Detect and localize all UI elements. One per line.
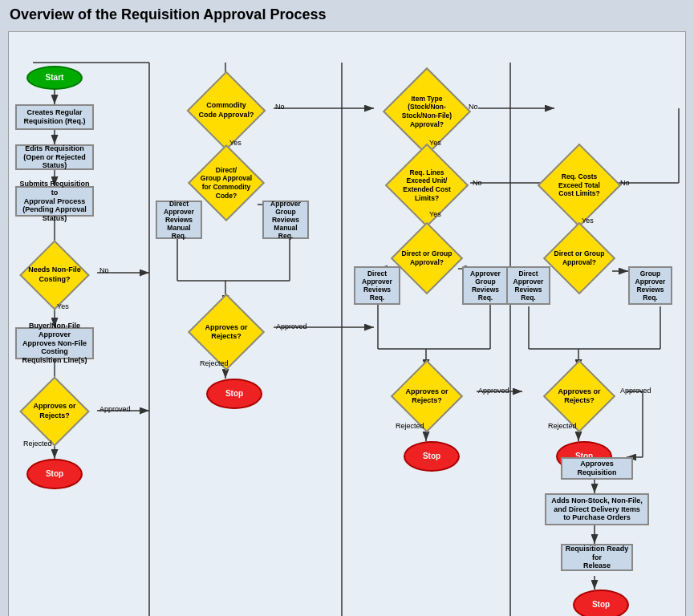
commodity-code-container: Commodity Code Approval? — [192, 80, 261, 140]
approves-rejects-1-container: Approves or Rejects? — [15, 385, 94, 437]
approver-group-req-1-shape: Approver Group Reviews Req. — [462, 266, 509, 305]
approves-rejects-4-container: Approves or Rejects? — [540, 369, 619, 424]
direct-approver-req-2-shape: Direct Approver Reviews Req. — [506, 266, 550, 305]
yes-label-3: Yes — [429, 139, 441, 147]
direct-approver-manual-shape: Direct Approver Reviews Manual Req. — [156, 201, 202, 239]
flowchart: Start Creates Regular Requisition (Req.)… — [8, 31, 686, 616]
req-costs-exceed-container: Req. Costs Exceed Total Cost Limits? — [540, 154, 619, 217]
stop-1-shape: Stop — [26, 459, 83, 489]
yes-label-2: Yes — [229, 139, 241, 147]
no-label-2: No — [275, 103, 285, 111]
approved-label-2: Approved — [276, 322, 307, 330]
approves-requisition-shape: Approves Requisition — [561, 457, 633, 480]
buyer-approver-shape: Buyer/Non-File Approver Approves Non-Fil… — [15, 327, 94, 359]
rejected-label-3: Rejected — [396, 422, 424, 430]
approves-rejects-2-container: Approves or Rejects? — [192, 303, 261, 361]
no-label-3: No — [469, 103, 478, 111]
page-title: Overview of the Requisition Approval Pro… — [8, 6, 686, 23]
approves-rejects-3-container: Approves or Rejects? — [388, 369, 466, 424]
adds-nonstock-shape: Adds Non-Stock, Non-File, and Direct Del… — [545, 493, 649, 525]
direct-group-3-container: Direct or Group Approval? — [540, 231, 619, 286]
stop-2-shape: Stop — [206, 379, 262, 409]
submits-req-shape: Submits Requisition to Approval Process … — [15, 186, 94, 217]
direct-approver-req-1-shape: Direct Approver Reviews Req. — [354, 266, 400, 305]
approver-group-manual-shape: Approver Group Reviews Manual Req. — [262, 201, 309, 239]
approved-label-4: Approved — [620, 387, 651, 395]
needs-nonfile-container: Needs Non-File Costing? — [15, 249, 94, 301]
rejected-label-1: Rejected — [23, 440, 52, 448]
yes-label-4: Yes — [429, 210, 441, 218]
no-label-5: No — [620, 179, 630, 187]
edits-req-shape: Edits Requisition (Open or Rejected Stat… — [15, 144, 94, 170]
req-lines-exceed-container: Req. Lines Exceed Unit/ Extended Cost Li… — [388, 154, 466, 217]
group-approver-req-2-shape: Group Approver Reviews Req. — [628, 266, 672, 305]
no-label-1: No — [99, 266, 109, 274]
stop-3-shape: Stop — [404, 441, 460, 472]
no-label-4: No — [473, 179, 482, 187]
arrows-svg — [9, 32, 685, 616]
item-type-container: Item Type (Stock/Non- Stock/Non-File) Ap… — [388, 79, 466, 144]
rejected-label-4: Rejected — [548, 422, 577, 430]
yes-label-1: Yes — [57, 302, 69, 310]
approved-label-3: Approved — [478, 387, 509, 395]
creates-req-shape: Creates Regular Requisition (Req.) — [15, 104, 94, 130]
stop-5-shape: Stop — [573, 590, 629, 616]
approved-label-1: Approved — [99, 405, 131, 413]
main-container: Overview of the Requisition Approval Pro… — [0, 0, 694, 616]
yes-label-5: Yes — [582, 217, 594, 225]
rejected-label-2: Rejected — [200, 359, 229, 367]
start-shape: Start — [26, 66, 83, 90]
req-ready-shape: Requisition Ready for Release — [561, 544, 633, 571]
